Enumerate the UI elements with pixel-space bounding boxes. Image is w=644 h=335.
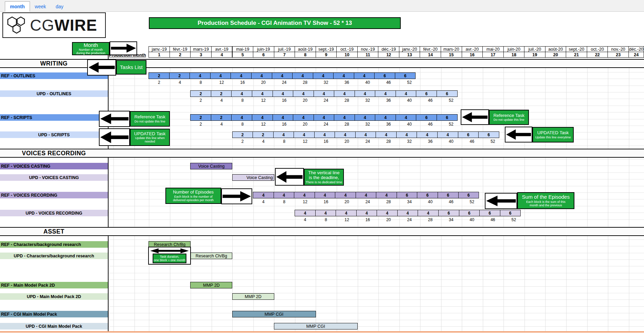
- value-cell[interactable]: 4: [272, 72, 293, 79]
- value-cell[interactable]: 6: [417, 192, 438, 198]
- value-cell[interactable]: 4: [315, 192, 336, 198]
- value-cell[interactable]: 4: [251, 72, 272, 79]
- value-cell[interactable]: 4: [355, 90, 376, 97]
- month-header-cell[interactable]: juil.-19: [274, 46, 295, 52]
- sum-cell[interactable]: 24: [316, 121, 337, 127]
- month-header-cell[interactable]: avr.-19: [211, 46, 233, 52]
- sum-cell[interactable]: 8: [274, 138, 295, 144]
- month-callout[interactable]: Month Number of month during the product…: [72, 42, 110, 55]
- sum-cell[interactable]: 28: [336, 97, 357, 103]
- value-cell[interactable]: 2: [190, 90, 211, 97]
- month-number-cell[interactable]: 5: [232, 52, 254, 58]
- month-number-cell[interactable]: 11: [357, 52, 379, 58]
- value-cell[interactable]: 4: [274, 192, 295, 198]
- sum-cell[interactable]: 46: [420, 97, 441, 103]
- month-number-cell[interactable]: 9: [316, 52, 337, 58]
- upd-task-right-arrow-frame[interactable]: [505, 127, 532, 142]
- gantt-task-bar[interactable]: MMP CGI: [232, 311, 316, 317]
- value-cell[interactable]: 4: [375, 114, 396, 121]
- value-cell[interactable]: 4: [334, 114, 355, 121]
- sum-cell[interactable]: 28: [295, 79, 316, 85]
- sum-cell[interactable]: 12: [211, 79, 232, 85]
- value-cell[interactable]: 6: [437, 114, 458, 121]
- sum-cell[interactable]: 24: [357, 138, 378, 144]
- gantt-task-bar[interactable]: MMP 2D: [232, 293, 274, 300]
- sum-cell[interactable]: 32: [357, 121, 378, 127]
- sum-cell[interactable]: 20: [295, 97, 316, 103]
- value-cell[interactable]: 2: [253, 131, 274, 138]
- value-cell[interactable]: 2: [211, 114, 232, 121]
- row-label[interactable]: REF - VOICES RECORDING: [0, 192, 108, 198]
- value-cell[interactable]: 2: [169, 72, 190, 79]
- sum-cell[interactable]: 46: [378, 79, 399, 85]
- upd-task-right-callout[interactable]: UPDATED Task Update this line everytime: [532, 127, 574, 142]
- gantt-task-bar[interactable]: Voice Casting: [190, 163, 232, 169]
- value-cell[interactable]: 4: [335, 131, 356, 138]
- value-cell[interactable]: 6: [374, 72, 395, 79]
- sum-cell[interactable]: 4: [211, 121, 232, 127]
- page-title[interactable]: Production Schedule - CGI Animation TV S…: [149, 17, 401, 29]
- value-cell[interactable]: 4: [293, 114, 314, 121]
- value-cell[interactable]: 4: [295, 210, 316, 216]
- value-cell[interactable]: 6: [458, 131, 479, 138]
- sum-cell[interactable]: 52: [503, 217, 524, 223]
- value-cell[interactable]: 4: [313, 72, 334, 79]
- value-cell[interactable]: 4: [355, 114, 376, 121]
- sum-cell[interactable]: 36: [378, 121, 399, 127]
- sum-cell[interactable]: 8: [232, 97, 253, 103]
- value-cell[interactable]: 4: [314, 131, 335, 138]
- value-cell[interactable]: 4: [252, 114, 273, 121]
- value-cell[interactable]: 4: [294, 192, 315, 198]
- month-header-cell[interactable]: mars-20: [441, 46, 462, 52]
- month-header-cell[interactable]: juin-19: [253, 46, 274, 52]
- value-cell[interactable]: 6: [478, 131, 499, 138]
- value-cell[interactable]: 4: [333, 72, 354, 79]
- sum-cell[interactable]: 16: [232, 79, 253, 85]
- sum-cell[interactable]: 34: [441, 217, 462, 223]
- month-header-cell[interactable]: avr.-20: [462, 46, 483, 52]
- sum-cell[interactable]: 20: [295, 121, 316, 127]
- value-cell[interactable]: 2: [211, 90, 232, 97]
- month-header-cell[interactable]: févr.-19: [170, 46, 191, 52]
- sum-cell[interactable]: 32: [357, 97, 378, 103]
- sum-cell[interactable]: 20: [336, 199, 357, 205]
- value-cell[interactable]: 6: [479, 210, 500, 216]
- month-number-cell[interactable]: 18: [503, 52, 525, 58]
- value-cell[interactable]: 4: [335, 192, 356, 198]
- num-episodes-callout[interactable]: Number of Episodes Each block is the num…: [165, 188, 221, 204]
- sum-cell[interactable]: 46: [441, 199, 462, 205]
- month-header-cell[interactable]: juil.-20: [524, 46, 545, 52]
- sum-cell[interactable]: 40: [399, 97, 420, 103]
- month-header-cell[interactable]: déc.-20: [628, 46, 644, 52]
- value-cell[interactable]: 4: [231, 72, 252, 79]
- month-header-cell[interactable]: mai-20: [482, 46, 504, 52]
- row-label[interactable]: UPD - SCRIPTS: [0, 131, 108, 138]
- month-number-cell[interactable]: 8: [295, 52, 316, 58]
- value-cell[interactable]: 4: [292, 72, 313, 79]
- value-cell[interactable]: 4: [336, 210, 357, 216]
- sum-episodes-arrow-frame[interactable]: [485, 193, 517, 209]
- value-cell[interactable]: 6: [500, 210, 521, 216]
- sum-cell[interactable]: 8: [190, 79, 211, 85]
- value-cell[interactable]: 4: [315, 210, 336, 216]
- value-cell[interactable]: 6: [438, 210, 459, 216]
- sum-cell[interactable]: 40: [420, 199, 441, 205]
- sum-cell[interactable]: 46: [482, 217, 503, 223]
- value-cell[interactable]: 4: [334, 90, 355, 97]
- sum-cell[interactable]: 24: [399, 217, 420, 223]
- value-cell[interactable]: 4: [376, 192, 397, 198]
- sum-cell[interactable]: 28: [378, 199, 399, 205]
- value-cell[interactable]: 4: [253, 192, 274, 198]
- sum-cell[interactable]: 16: [316, 199, 337, 205]
- sum-cell[interactable]: 4: [253, 138, 274, 144]
- sum-cell[interactable]: 16: [274, 97, 295, 103]
- sum-cell[interactable]: 40: [399, 121, 420, 127]
- sum-cell[interactable]: 12: [295, 138, 316, 144]
- deadline-callout[interactable]: The vertical line is the deadline, There…: [304, 169, 344, 186]
- value-cell[interactable]: 6: [437, 90, 458, 97]
- sum-cell[interactable]: 4: [211, 97, 232, 103]
- value-cell[interactable]: 6: [416, 90, 437, 97]
- value-cell[interactable]: 2: [149, 72, 170, 79]
- value-cell[interactable]: 4: [356, 192, 377, 198]
- month-number-cell[interactable]: 3: [190, 52, 212, 58]
